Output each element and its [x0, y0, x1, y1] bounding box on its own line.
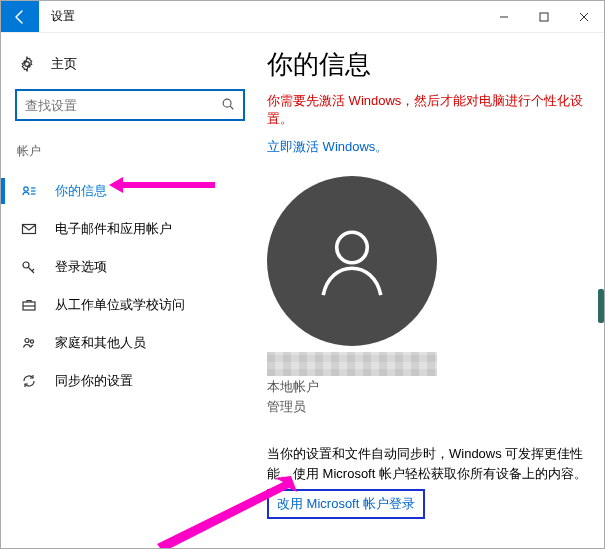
sidebar-item-label: 同步你的设置 — [55, 372, 133, 390]
sidebar-item-work-school-access[interactable]: 从工作单位或学校访问 — [15, 286, 245, 324]
main-panel: 你的信息 你需要先激活 Windows，然后才能对电脑进行个性化设置。 立即激活… — [259, 33, 604, 548]
sync-description: 当你的设置和文件自动同步时，Windows 可发挥更佳性能。使用 Microso… — [267, 444, 596, 483]
svg-point-13 — [30, 340, 33, 343]
account-role: 管理员 — [267, 398, 596, 416]
titlebar: 设置 — [1, 1, 604, 33]
sidebar-item-label: 家庭和其他人员 — [55, 334, 146, 352]
minimize-button[interactable] — [484, 1, 524, 32]
account-type: 本地帐户 — [267, 378, 596, 396]
key-icon — [21, 259, 37, 275]
svg-point-12 — [25, 339, 29, 343]
person-card-icon — [21, 183, 37, 199]
create-avatar-heading: 创建你的头像 — [267, 545, 596, 549]
sidebar-item-family-others[interactable]: 家庭和其他人员 — [15, 324, 245, 362]
svg-point-4 — [24, 187, 28, 191]
username-redacted — [267, 352, 437, 376]
search-box[interactable] — [15, 89, 245, 121]
search-icon — [221, 97, 235, 114]
sync-icon — [21, 373, 37, 389]
close-button[interactable] — [564, 1, 604, 32]
svg-line-3 — [230, 106, 233, 109]
svg-point-2 — [223, 99, 231, 107]
sidebar-item-your-info[interactable]: 你的信息 — [15, 172, 245, 210]
sidebar-item-sync-settings[interactable]: 同步你的设置 — [15, 362, 245, 400]
briefcase-icon — [21, 297, 37, 313]
mail-icon — [21, 221, 37, 237]
sidebar-item-label: 电子邮件和应用帐户 — [55, 220, 172, 238]
activation-warning: 你需要先激活 Windows，然后才能对电脑进行个性化设置。 — [267, 92, 596, 128]
user-avatar — [267, 176, 437, 346]
sidebar-item-label: 你的信息 — [55, 182, 107, 200]
svg-rect-1 — [540, 13, 548, 21]
sidebar: 主页 帐户 你的信息 电子邮件和应用帐户 登录选项 — [1, 33, 259, 548]
sidebar-section-header: 帐户 — [17, 143, 245, 160]
back-button[interactable] — [1, 1, 39, 32]
sidebar-item-email-accounts[interactable]: 电子邮件和应用帐户 — [15, 210, 245, 248]
sidebar-item-label: 从工作单位或学校访问 — [55, 296, 185, 314]
sidebar-item-label: 登录选项 — [55, 258, 107, 276]
people-icon — [21, 335, 37, 351]
window-title: 设置 — [39, 1, 75, 32]
page-title: 你的信息 — [267, 47, 596, 82]
gear-icon — [19, 56, 35, 72]
scroll-indicator[interactable] — [598, 289, 604, 323]
ms-account-signin-link[interactable]: 改用 Microsoft 帐户登录 — [267, 489, 425, 519]
svg-point-9 — [23, 262, 29, 268]
sidebar-home[interactable]: 主页 — [15, 51, 245, 77]
sidebar-home-label: 主页 — [51, 55, 77, 73]
maximize-button[interactable] — [524, 1, 564, 32]
activate-windows-link[interactable]: 立即激活 Windows。 — [267, 138, 388, 156]
svg-point-14 — [337, 232, 368, 263]
search-input[interactable] — [25, 98, 221, 113]
sidebar-item-signin-options[interactable]: 登录选项 — [15, 248, 245, 286]
